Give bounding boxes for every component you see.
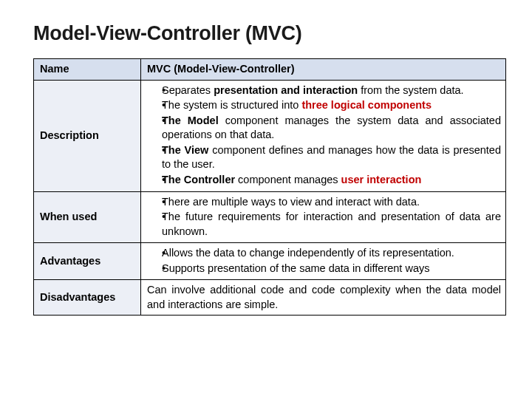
row-advantages: Advantages Allows the data to change ind… <box>34 243 506 280</box>
header-name-label: Name <box>34 59 141 81</box>
row-disadvantages: Disadvantages Can involve additional cod… <box>34 280 506 316</box>
when-item-2: The future requirements for interaction … <box>162 210 501 239</box>
desc-item-5: The Controller component manages user in… <box>162 173 501 188</box>
desc-item-4: The View component defines and manages h… <box>162 143 501 172</box>
desc-item-2: The system is structured into three logi… <box>162 98 501 113</box>
label-advantages: Advantages <box>34 243 141 280</box>
mvc-table: Name MVC (Model-View-Controller) Descrip… <box>33 58 506 316</box>
desc-item-3: The Model component manages the system d… <box>162 114 501 143</box>
row-description: Description Separates presentation and i… <box>34 80 506 191</box>
label-disadvantages: Disadvantages <box>34 280 141 316</box>
label-when-used: When used <box>34 191 141 243</box>
when-item-1: There are multiple ways to view and inte… <box>162 195 501 210</box>
label-description: Description <box>34 80 141 191</box>
slide: Model-View-Controller (MVC) Name MVC (Mo… <box>0 0 532 330</box>
slide-title: Model-View-Controller (MVC) <box>33 22 506 45</box>
cell-disadvantages: Can involve additional code and code com… <box>141 280 506 316</box>
row-when-used: When used There are multiple ways to vie… <box>34 191 506 243</box>
header-name-value: MVC (Model-View-Controller) <box>141 59 506 81</box>
cell-when-used: There are multiple ways to view and inte… <box>141 191 506 243</box>
adv-item-1: Allows the data to change independently … <box>162 246 501 261</box>
cell-advantages: Allows the data to change independently … <box>141 243 506 280</box>
adv-item-2: Supports presentation of the same data i… <box>162 262 501 276</box>
table-header-row: Name MVC (Model-View-Controller) <box>34 59 506 81</box>
cell-description: Separates presentation and interaction f… <box>141 80 506 191</box>
desc-item-1: Separates presentation and interaction f… <box>162 83 501 98</box>
